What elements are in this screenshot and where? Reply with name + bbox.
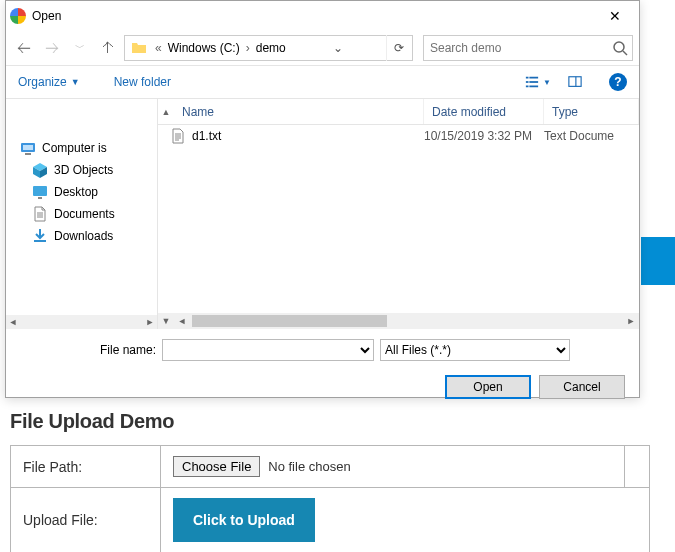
scroll-right-icon[interactable]: ► bbox=[623, 313, 639, 329]
svg-point-0 bbox=[614, 42, 624, 52]
view-mode-button[interactable]: ▼ bbox=[523, 71, 551, 93]
scroll-left-icon[interactable]: ◄ bbox=[174, 313, 190, 329]
toolbar: Organize ▼ New folder ▼ ? bbox=[6, 65, 639, 99]
filepath-cell: Choose File No file chosen bbox=[161, 446, 625, 488]
search-box[interactable] bbox=[423, 35, 633, 61]
chrome-icon bbox=[10, 8, 26, 24]
open-button[interactable]: Open bbox=[445, 375, 531, 399]
empty-cell bbox=[625, 446, 650, 488]
organize-label: Organize bbox=[18, 75, 67, 89]
page-heading: File Upload Demo bbox=[10, 410, 670, 433]
svg-rect-7 bbox=[529, 86, 538, 88]
new-folder-label: New folder bbox=[114, 75, 171, 89]
sidebar-item-label: Desktop bbox=[54, 185, 98, 199]
organize-menu[interactable]: Organize ▼ bbox=[18, 75, 80, 89]
svg-rect-8 bbox=[569, 77, 581, 87]
scroll-up-icon[interactable]: ▲ bbox=[158, 99, 174, 124]
refresh-button[interactable]: ⟳ bbox=[386, 35, 412, 61]
computer-icon bbox=[20, 140, 36, 156]
svg-line-1 bbox=[623, 51, 627, 55]
folder-icon bbox=[129, 38, 149, 58]
close-button[interactable]: ✕ bbox=[595, 2, 635, 30]
text-file-icon bbox=[170, 128, 186, 144]
crumb-sub[interactable]: demo bbox=[252, 41, 290, 55]
help-button[interactable]: ? bbox=[609, 73, 627, 91]
upload-form: File Path: Choose File No file chosen Up… bbox=[10, 445, 650, 552]
nav-row: 🡠 🡢 ﹀ 🡡 « Windows (C:) › demo ⌄ ⟳ bbox=[6, 31, 639, 65]
sidebar-item-desktop[interactable]: Desktop bbox=[6, 181, 157, 203]
forward-button[interactable]: 🡢 bbox=[40, 36, 64, 60]
file-name: d1.txt bbox=[192, 129, 221, 143]
back-button[interactable]: 🡠 bbox=[12, 36, 36, 60]
file-open-dialog: Open ✕ 🡠 🡢 ﹀ 🡡 « Windows (C:) › demo ⌄ ⟳… bbox=[5, 0, 640, 398]
svg-rect-21 bbox=[34, 240, 46, 242]
col-date[interactable]: Date modified bbox=[424, 99, 544, 124]
svg-rect-16 bbox=[33, 186, 47, 196]
upload-button[interactable]: Click to Upload bbox=[173, 498, 315, 542]
svg-rect-2 bbox=[526, 77, 529, 79]
sidebar-item-label: Documents bbox=[54, 207, 115, 221]
uploadfile-label: Upload File: bbox=[11, 488, 161, 553]
search-input[interactable] bbox=[424, 36, 632, 60]
svg-rect-3 bbox=[529, 77, 538, 79]
scroll-down-icon[interactable]: ▼ bbox=[158, 313, 174, 329]
file-list: ▲ Name Date modified Type d1.txt 10/15/2… bbox=[158, 99, 639, 329]
new-folder-button[interactable]: New folder bbox=[114, 75, 171, 89]
breadcrumb[interactable]: « Windows (C:) › demo ⌄ ⟳ bbox=[124, 35, 413, 61]
desktop-icon bbox=[32, 184, 48, 200]
svg-rect-17 bbox=[38, 197, 42, 199]
up-button[interactable]: 🡡 bbox=[96, 36, 120, 60]
filetype-select[interactable]: All Files (*.*) bbox=[380, 339, 570, 361]
file-row[interactable]: d1.txt 10/15/2019 3:32 PM Text Docume bbox=[158, 125, 639, 147]
sidebar-item-documents[interactable]: Documents bbox=[6, 203, 157, 225]
download-icon bbox=[32, 228, 48, 244]
col-name[interactable]: Name bbox=[174, 99, 424, 124]
background-accent bbox=[641, 237, 675, 285]
scroll-left-icon[interactable]: ◄ bbox=[6, 315, 20, 329]
sidebar: Computer is 3D Objects Desktop Documents bbox=[6, 99, 158, 329]
crumb-root[interactable]: Windows (C:) bbox=[164, 41, 244, 55]
file-scrollbar[interactable]: ▼ ◄ ► bbox=[158, 313, 639, 329]
sidebar-item-label: Downloads bbox=[54, 229, 113, 243]
col-type[interactable]: Type bbox=[544, 99, 639, 124]
search-icon bbox=[612, 40, 628, 56]
page-content: File Upload Demo File Path: Choose File … bbox=[10, 410, 670, 552]
dialog-title: Open bbox=[32, 9, 595, 23]
file-date: 10/15/2019 3:32 PM bbox=[424, 129, 544, 143]
table-row: File Path: Choose File No file chosen bbox=[11, 446, 650, 488]
chevron-down-icon[interactable]: ⌄ bbox=[328, 41, 348, 55]
svg-rect-5 bbox=[529, 81, 538, 83]
svg-rect-11 bbox=[23, 145, 33, 150]
choose-file-button[interactable]: Choose File bbox=[173, 456, 260, 477]
doc-icon bbox=[32, 206, 48, 222]
table-row: Upload File: Click to Upload bbox=[11, 488, 650, 553]
chevron-down-icon: ▼ bbox=[543, 78, 551, 87]
svg-rect-4 bbox=[526, 81, 529, 83]
svg-rect-12 bbox=[25, 153, 31, 155]
chevron-down-icon: ▼ bbox=[71, 77, 80, 87]
svg-rect-6 bbox=[526, 86, 529, 88]
scroll-right-icon[interactable]: ► bbox=[143, 315, 157, 329]
cancel-button[interactable]: Cancel bbox=[539, 375, 625, 399]
chevron-right-icon: › bbox=[244, 41, 252, 55]
column-headers: ▲ Name Date modified Type bbox=[158, 99, 639, 125]
filepath-label: File Path: bbox=[11, 446, 161, 488]
no-file-text: No file chosen bbox=[268, 459, 350, 474]
scroll-track[interactable] bbox=[20, 315, 143, 329]
upload-cell: Click to Upload bbox=[161, 488, 650, 553]
filename-input[interactable] bbox=[162, 339, 374, 361]
sidebar-item-3d-objects[interactable]: 3D Objects bbox=[6, 159, 157, 181]
sidebar-item-computer[interactable]: Computer is bbox=[6, 137, 157, 159]
titlebar: Open ✕ bbox=[6, 1, 639, 31]
scroll-track[interactable] bbox=[190, 313, 623, 329]
sidebar-item-downloads[interactable]: Downloads bbox=[6, 225, 157, 247]
sidebar-scrollbar[interactable]: ◄ ► bbox=[6, 315, 157, 329]
preview-pane-button[interactable] bbox=[561, 71, 589, 93]
crumb-sep-icon: « bbox=[153, 41, 164, 55]
scroll-thumb[interactable] bbox=[192, 315, 387, 327]
cube-icon bbox=[32, 162, 48, 178]
file-type: Text Docume bbox=[544, 129, 639, 143]
dialog-footer: File name: All Files (*.*) Open Cancel bbox=[6, 329, 639, 413]
sidebar-item-label: 3D Objects bbox=[54, 163, 113, 177]
recent-dropdown[interactable]: ﹀ bbox=[68, 36, 92, 60]
